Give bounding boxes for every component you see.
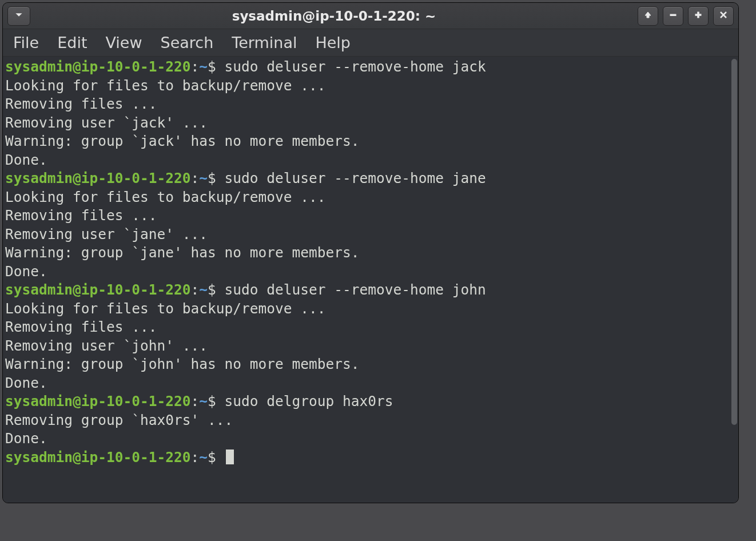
prompt-path: ~	[199, 58, 208, 75]
terminal-line: Removing user `john' ...	[5, 337, 729, 356]
minimize-button[interactable]	[663, 6, 683, 26]
prompt-symbol: $	[208, 170, 216, 186]
terminal-line: Removing files ...	[5, 206, 729, 225]
terminal-line: Done.	[5, 429, 729, 448]
command-text: sudo deluser --remove-home jane	[225, 170, 486, 186]
window-menu-dropdown[interactable]	[7, 6, 30, 26]
terminal-line: Removing user `jane' ...	[5, 225, 729, 244]
prompt-symbol: $	[208, 393, 216, 409]
terminal-line: Looking for files to backup/remove ...	[5, 188, 729, 207]
terminal-line: Done.	[5, 262, 729, 281]
terminal-line: Looking for files to backup/remove ...	[5, 300, 729, 319]
chevron-down-icon	[15, 10, 23, 21]
prompt-user-host: sysadmin@ip-10-0-1-220	[5, 170, 191, 186]
menu-terminal[interactable]: Terminal	[232, 34, 297, 51]
svg-rect-0	[670, 14, 676, 16]
terminal-line: sysadmin@ip-10-0-1-220:~$ sudo deluser -…	[5, 169, 729, 188]
scrollbar-thumb[interactable]	[731, 59, 737, 425]
terminal-line: Looking for files to backup/remove ...	[5, 77, 729, 96]
svg-rect-2	[695, 14, 701, 15]
prompt-path: ~	[199, 281, 208, 298]
prompt-user-host: sysadmin@ip-10-0-1-220	[5, 393, 191, 409]
terminal-line: Warning: group `jane' has no more member…	[5, 244, 729, 262]
prompt-user-host: sysadmin@ip-10-0-1-220	[5, 58, 191, 75]
close-icon	[719, 10, 728, 22]
terminal-window: sysadmin@ip-10-0-1-220: ~	[2, 2, 739, 503]
terminal-line: Removing group `hax0rs' ...	[5, 411, 729, 430]
terminal-line: Warning: group `john' has no more member…	[5, 355, 729, 374]
prompt-sep: :	[191, 281, 200, 298]
terminal-line: Done.	[5, 151, 729, 170]
terminal-viewport: sysadmin@ip-10-0-1-220:~$ sudo deluser -…	[3, 57, 738, 503]
command-text: sudo deluser --remove-home jack	[225, 58, 486, 75]
menu-help[interactable]: Help	[315, 34, 351, 51]
menu-edit[interactable]: Edit	[57, 34, 87, 51]
terminal-output[interactable]: sysadmin@ip-10-0-1-220:~$ sudo deluser -…	[3, 57, 730, 503]
terminal-line: sysadmin@ip-10-0-1-220:~$	[5, 448, 729, 467]
terminal-line: sysadmin@ip-10-0-1-220:~$ sudo delgroup …	[5, 392, 729, 411]
terminal-line: Done.	[5, 374, 729, 393]
prompt-user-host: sysadmin@ip-10-0-1-220	[5, 449, 191, 466]
terminal-line: Removing files ...	[5, 318, 729, 337]
prompt-symbol: $	[208, 449, 216, 466]
prompt-user-host: sysadmin@ip-10-0-1-220	[5, 281, 191, 298]
terminal-line: sysadmin@ip-10-0-1-220:~$ sudo deluser -…	[5, 281, 729, 300]
menu-view[interactable]: View	[105, 34, 142, 51]
prompt-sep: :	[191, 393, 200, 409]
maximize-button[interactable]	[688, 6, 709, 26]
terminal-line: Removing files ...	[5, 95, 729, 114]
prompt-sep: :	[191, 449, 200, 466]
prompt-path: ~	[199, 393, 208, 409]
menu-search[interactable]: Search	[161, 34, 214, 51]
menu-file[interactable]: File	[13, 34, 39, 51]
scrollbar-track[interactable]	[730, 57, 738, 503]
terminal-line: Warning: group `jack' has no more member…	[5, 132, 729, 151]
raise-window-button[interactable]	[638, 6, 658, 26]
menubar: File Edit View Search Terminal Help	[3, 29, 738, 57]
minimize-icon	[669, 10, 678, 22]
close-button[interactable]	[713, 6, 734, 26]
titlebar: sysadmin@ip-10-0-1-220: ~	[3, 3, 738, 29]
prompt-symbol: $	[208, 281, 216, 298]
terminal-line: sysadmin@ip-10-0-1-220:~$ sudo deluser -…	[5, 58, 729, 77]
arrow-up-icon	[643, 10, 652, 22]
cursor	[226, 449, 234, 464]
prompt-sep: :	[191, 170, 200, 186]
command-text: sudo delgroup hax0rs	[225, 393, 393, 409]
maximize-icon	[694, 10, 703, 22]
prompt-path: ~	[199, 170, 208, 186]
prompt-path: ~	[199, 449, 208, 466]
window-title: sysadmin@ip-10-0-1-220: ~	[30, 9, 638, 23]
prompt-sep: :	[191, 58, 200, 75]
prompt-symbol: $	[208, 58, 216, 75]
command-text: sudo deluser --remove-home john	[225, 281, 486, 298]
terminal-line: Removing user `jack' ...	[5, 114, 729, 133]
